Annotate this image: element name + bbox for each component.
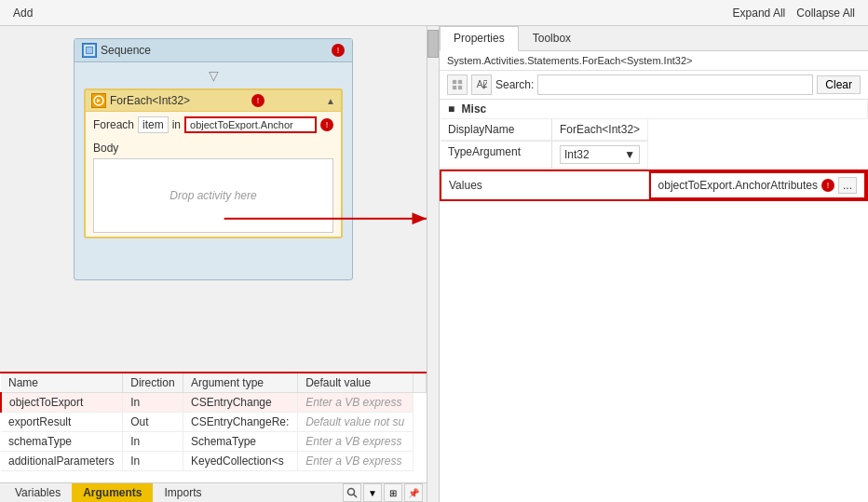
prop-values-label: Values (441, 170, 648, 200)
type-argument-text: Int32 (564, 148, 590, 161)
foreach-label: Foreach (93, 118, 134, 131)
prop-type-argument-value[interactable]: Int32 ▼ (552, 142, 648, 169)
cell-direction: In (123, 432, 183, 452)
body-section: Body Drop activity here (86, 138, 341, 237)
collapse-all-button[interactable]: Collapse All (791, 5, 861, 21)
down-arrow (75, 62, 352, 88)
pin-btn[interactable]: 📌 (404, 483, 423, 502)
tab-toolbox[interactable]: Toolbox (519, 26, 585, 50)
main-scrollbar[interactable] (427, 26, 440, 502)
top-toolbar: Add Expand All Collapse All (0, 0, 868, 26)
prop-display-name-row: DisplayName ForEach<Int32> (441, 119, 648, 142)
foreach-icon (91, 93, 106, 108)
search-label: Search: (495, 78, 534, 91)
foreach-in-label: in (172, 118, 181, 131)
cell-name: schemaType (1, 432, 123, 452)
drop-label: Drop activity here (170, 189, 256, 202)
tab-properties[interactable]: Properties (440, 26, 519, 51)
prop-values-value[interactable]: objectToExport.AnchorAttributes ! ... (649, 171, 866, 199)
prop-display-name-value[interactable]: ForEach<Int32> (552, 119, 648, 141)
cell-direction: In (123, 393, 183, 413)
cell-name: objectToExport (1, 393, 123, 413)
cell-arg-type: CSEntryChangeRe: (183, 413, 297, 432)
misc-label: Misc (462, 102, 487, 115)
sort-category-btn[interactable] (447, 75, 468, 95)
foreach-header: ForEach<Int32> ! ▲ (86, 90, 341, 112)
bottom-panel: Name Direction Argument type Default val… (0, 372, 427, 502)
add-button[interactable]: Add (7, 5, 38, 21)
table-row: schemaType In SchemaType Enter a VB expr… (1, 432, 427, 452)
cell-default: Default value not su (298, 413, 414, 432)
properties-content: ■ Misc DisplayName ForEach<Int32> TypeAr… (440, 100, 868, 502)
values-ellipsis-btn[interactable]: ... (838, 177, 857, 194)
prop-display-name-label: DisplayName (441, 119, 552, 141)
svg-rect-9 (453, 80, 456, 84)
cell-arg-type: SchemaType (183, 432, 297, 452)
body-label: Body (93, 142, 333, 155)
designer-canvas: Sequence ! ForEach<Int32> (0, 26, 427, 372)
prop-section-misc: ■ Misc (441, 100, 867, 119)
foreach-container: ForEach<Int32> ! ▲ Foreach item in objec… (84, 88, 343, 238)
table-row: additionalParameters In KeyedCollection<… (1, 452, 427, 471)
cell-direction: Out (123, 413, 183, 432)
svg-text:AZ: AZ (477, 79, 487, 89)
right-panel: Properties Toolbox System.Activities.Sta… (440, 26, 868, 502)
svg-point-7 (348, 489, 355, 495)
sequence-error-badge: ! (332, 44, 345, 57)
expand-all-button[interactable]: Expand All (727, 5, 792, 21)
sequence-header: Sequence ! (75, 39, 352, 62)
col-arg-type: Argument type (183, 373, 297, 393)
sequence-container: Sequence ! ForEach<Int32> (74, 38, 353, 280)
foreach-value-box[interactable]: objectToExport.Anchor (184, 116, 317, 133)
prop-values-row-highlighted: Values objectToExport.AnchorAttributes !… (441, 170, 867, 200)
prop-type-argument-label: TypeArgument (441, 142, 552, 169)
foreach-error-badge: ! (251, 94, 264, 107)
foreach-expand-btn[interactable]: ▲ (326, 96, 335, 106)
table-row: exportResult Out CSEntryChangeRe: Defaul… (1, 413, 427, 432)
cell-default[interactable]: Enter a VB express (298, 452, 414, 471)
tab-variables[interactable]: Variables (4, 483, 72, 502)
cell-arg-type: CSEntryChange (183, 393, 297, 413)
cell-name: additionalParameters (1, 452, 123, 471)
table-row: objectToExport In CSEntryChange Enter a … (1, 393, 427, 413)
down-arrow-btn[interactable]: ▼ (363, 483, 382, 502)
sequence-icon (82, 43, 97, 58)
sequence-title: Sequence (101, 44, 151, 57)
foreach-item-input[interactable]: item (138, 116, 169, 133)
values-text: objectToExport.AnchorAttributes (658, 179, 818, 192)
grid-btn[interactable]: ⊞ (384, 483, 402, 502)
tab-arguments[interactable]: Arguments (72, 483, 153, 502)
foreach-title: ForEach<Int32> (110, 94, 190, 107)
svg-line-8 (354, 495, 358, 498)
drop-area[interactable]: Drop activity here (93, 158, 333, 233)
cell-name: exportResult (1, 413, 123, 432)
cell-default[interactable]: Enter a VB express (298, 393, 414, 413)
col-direction: Direction (123, 373, 183, 393)
search-bottom-btn[interactable] (343, 483, 361, 502)
panel-tabs: Properties Toolbox (440, 26, 868, 51)
prop-type-argument-row: TypeArgument Int32 ▼ (441, 142, 648, 170)
svg-rect-11 (453, 86, 456, 89)
properties-title: System.Activities.Statements.ForEach<Sys… (440, 51, 868, 71)
sort-alpha-btn[interactable]: AZ (471, 75, 492, 95)
values-error-icon: ! (821, 179, 834, 192)
col-name: Name (1, 373, 123, 393)
foreach-item-row: Foreach item in objectToExport.Anchor ! (86, 112, 341, 138)
properties-toolbar: AZ Search: Clear (440, 71, 868, 100)
dropdown-arrow-icon[interactable]: ▼ (624, 148, 635, 161)
bottom-tabs: Variables Arguments Imports ▼ ⊞ 📌 (0, 482, 427, 502)
cell-arg-type: KeyedCollection<s (183, 452, 297, 471)
svg-rect-10 (458, 80, 462, 84)
svg-rect-12 (458, 86, 462, 89)
arguments-table: Name Direction Argument type Default val… (0, 373, 427, 482)
search-input[interactable] (537, 75, 813, 95)
clear-button[interactable]: Clear (817, 75, 861, 94)
cell-direction: In (123, 452, 183, 471)
foreach-value-error: ! (320, 118, 333, 131)
cell-default[interactable]: Enter a VB express (298, 432, 414, 452)
tab-imports[interactable]: Imports (153, 483, 212, 502)
col-default: Default value (298, 373, 414, 393)
